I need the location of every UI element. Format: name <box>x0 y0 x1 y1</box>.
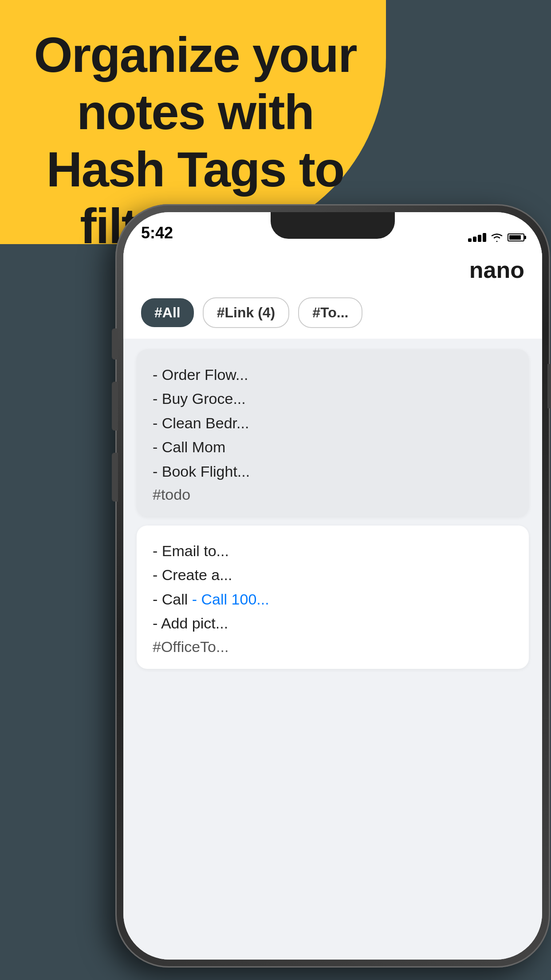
note-line: - Call - Call 100... <box>153 587 513 611</box>
power-button <box>547 364 551 408</box>
note-tag: #OfficeTo... <box>153 638 513 656</box>
note-line: - Call Mom <box>153 435 513 459</box>
battery-icon <box>508 233 524 241</box>
status-time: 5:42 <box>141 224 173 244</box>
note-line: - Add pict... <box>153 611 513 635</box>
note-tag: #todo <box>153 486 513 503</box>
phone-screen: 5:42 <box>123 212 542 960</box>
tag-all[interactable]: #All <box>141 298 194 327</box>
note-line: - Order Flow... <box>153 363 513 387</box>
note-line: - Create a... <box>153 563 513 587</box>
note-card-1[interactable]: - Order Flow... - Buy Groce... - Clean B… <box>137 349 529 517</box>
phone-mockup: 5:42 <box>115 204 550 968</box>
app-content: nano #All #Link (4) #To... - Order Flow.… <box>123 248 542 960</box>
notes-list: - Order Flow... - Buy Groce... - Clean B… <box>123 339 542 680</box>
app-title: nano <box>469 257 524 283</box>
note-line: - Email to... <box>153 539 513 563</box>
note-link[interactable]: - Call 100... <box>192 591 269 608</box>
note-card-2[interactable]: - Email to... - Create a... - Call - Cal… <box>137 526 529 669</box>
notch <box>271 212 395 239</box>
mute-button <box>112 328 118 360</box>
note-line: - Buy Groce... <box>153 387 513 411</box>
note-line: - Clean Bedr... <box>153 411 513 435</box>
tag-link[interactable]: #Link (4) <box>203 297 290 328</box>
note-text-prefix: - Call <box>153 591 192 608</box>
tag-todo[interactable]: #To... <box>298 297 362 328</box>
wifi-icon <box>491 233 503 242</box>
volume-down-button <box>112 453 118 502</box>
signal-icon <box>468 233 486 242</box>
status-icons <box>468 233 524 244</box>
volume-up-button <box>112 382 118 431</box>
tags-row[interactable]: #All #Link (4) #To... <box>123 290 542 339</box>
phone-shell: 5:42 <box>115 204 550 968</box>
app-header: nano <box>123 248 542 290</box>
note-line: - Book Flight... <box>153 459 513 483</box>
